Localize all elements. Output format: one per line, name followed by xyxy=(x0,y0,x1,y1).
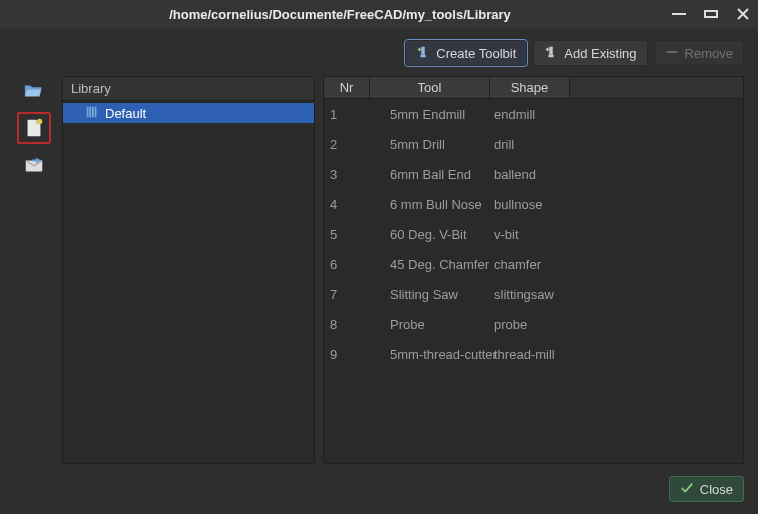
send-mail-button[interactable] xyxy=(18,150,50,180)
library-item-label: Default xyxy=(105,106,146,121)
side-icon-strip xyxy=(14,76,54,464)
cell-shape: bullnose xyxy=(490,197,743,212)
window-maximize-button[interactable] xyxy=(704,10,718,18)
table-row[interactable]: 8Probeprobe xyxy=(324,309,743,339)
cell-tool: Slitting Saw xyxy=(370,287,490,302)
window-close-button[interactable] xyxy=(736,8,750,20)
svg-rect-3 xyxy=(549,54,554,57)
cell-nr: 2 xyxy=(324,137,370,152)
cell-shape: thread-mill xyxy=(490,347,743,362)
cell-nr: 1 xyxy=(324,107,370,122)
new-file-button-frame xyxy=(17,112,51,144)
file-new-icon xyxy=(23,117,45,139)
table-row[interactable]: 7Slitting Sawslittingsaw xyxy=(324,279,743,309)
dialog-footer: Close xyxy=(14,476,744,502)
table-row[interactable]: 15mm Endmillendmill xyxy=(324,99,743,129)
cell-tool: 5mm Endmill xyxy=(370,107,490,122)
cell-shape: probe xyxy=(490,317,743,332)
cell-nr: 9 xyxy=(324,347,370,362)
cell-shape: v-bit xyxy=(490,227,743,242)
svg-rect-7 xyxy=(87,106,89,117)
svg-rect-4 xyxy=(666,51,677,53)
library-item-default[interactable]: Default xyxy=(63,103,314,123)
create-toolbit-button[interactable]: Create Toolbit xyxy=(405,40,527,66)
svg-point-5 xyxy=(37,119,43,125)
close-label: Close xyxy=(700,482,733,497)
svg-rect-9 xyxy=(92,106,94,117)
cell-tool: 45 Deg. Chamfer xyxy=(370,257,490,272)
plus-toolbit-icon xyxy=(416,45,430,62)
add-existing-label: Add Existing xyxy=(564,46,636,61)
cell-nr: 5 xyxy=(324,227,370,242)
table-row[interactable]: 25mm Drilldrill xyxy=(324,129,743,159)
library-icon xyxy=(85,105,99,122)
table-row[interactable]: 36mm Ball Endballend xyxy=(324,159,743,189)
create-toolbit-label: Create Toolbit xyxy=(436,46,516,61)
svg-rect-2 xyxy=(550,46,554,54)
cell-nr: 6 xyxy=(324,257,370,272)
tool-table-body[interactable]: 15mm Endmillendmill25mm Drilldrill36mm B… xyxy=(324,99,743,463)
svg-rect-10 xyxy=(95,106,97,117)
table-row[interactable]: 560 Deg. V-Bitv-bit xyxy=(324,219,743,249)
table-row[interactable]: 95mm-thread-cutterthread-mill xyxy=(324,339,743,369)
library-tree[interactable]: Default xyxy=(63,101,314,463)
add-existing-icon xyxy=(544,45,558,62)
cell-shape: endmill xyxy=(490,107,743,122)
cell-tool: 60 Deg. V-Bit xyxy=(370,227,490,242)
cell-nr: 8 xyxy=(324,317,370,332)
cell-nr: 7 xyxy=(324,287,370,302)
remove-icon xyxy=(665,45,679,62)
table-row[interactable]: 46 mm Bull Nosebullnose xyxy=(324,189,743,219)
new-file-button[interactable] xyxy=(20,115,48,141)
cell-tool: 5mm-thread-cutter xyxy=(370,347,490,362)
table-row[interactable]: 645 Deg. Chamferchamfer xyxy=(324,249,743,279)
add-existing-button[interactable]: Add Existing xyxy=(533,40,647,66)
cell-nr: 3 xyxy=(324,167,370,182)
svg-rect-8 xyxy=(89,106,91,117)
mail-send-icon xyxy=(23,154,45,176)
tool-table-panel: Nr Tool Shape 15mm Endmillendmill25mm Dr… xyxy=(323,76,744,464)
column-shape[interactable]: Shape xyxy=(490,77,570,98)
remove-label: Remove xyxy=(685,46,733,61)
tool-table-header: Nr Tool Shape xyxy=(324,77,743,99)
titlebar: /home/cornelius/Documente/FreeCAD/my_too… xyxy=(0,0,758,28)
cell-nr: 4 xyxy=(324,197,370,212)
check-icon xyxy=(680,481,694,498)
close-button[interactable]: Close xyxy=(669,476,744,502)
column-filler xyxy=(570,77,743,98)
svg-rect-1 xyxy=(421,54,426,57)
column-tool[interactable]: Tool xyxy=(370,77,490,98)
library-panel: Library Default xyxy=(62,76,315,464)
window-title: /home/cornelius/Documente/FreeCAD/my_too… xyxy=(8,7,672,22)
top-toolbar: Create Toolbit Add Existing Remove xyxy=(14,40,744,66)
open-folder-button[interactable] xyxy=(18,76,50,106)
cell-shape: drill xyxy=(490,137,743,152)
library-panel-header: Library xyxy=(63,77,314,101)
window-controls xyxy=(672,8,750,20)
cell-tool: 6 mm Bull Nose xyxy=(370,197,490,212)
cell-shape: chamfer xyxy=(490,257,743,272)
folder-open-icon xyxy=(23,80,45,102)
cell-tool: 5mm Drill xyxy=(370,137,490,152)
cell-tool: 6mm Ball End xyxy=(370,167,490,182)
cell-shape: slittingsaw xyxy=(490,287,743,302)
remove-button: Remove xyxy=(654,40,744,66)
cell-shape: ballend xyxy=(490,167,743,182)
window-minimize-button[interactable] xyxy=(672,13,686,15)
column-nr[interactable]: Nr xyxy=(324,77,370,98)
cell-tool: Probe xyxy=(370,317,490,332)
svg-rect-0 xyxy=(422,46,426,54)
